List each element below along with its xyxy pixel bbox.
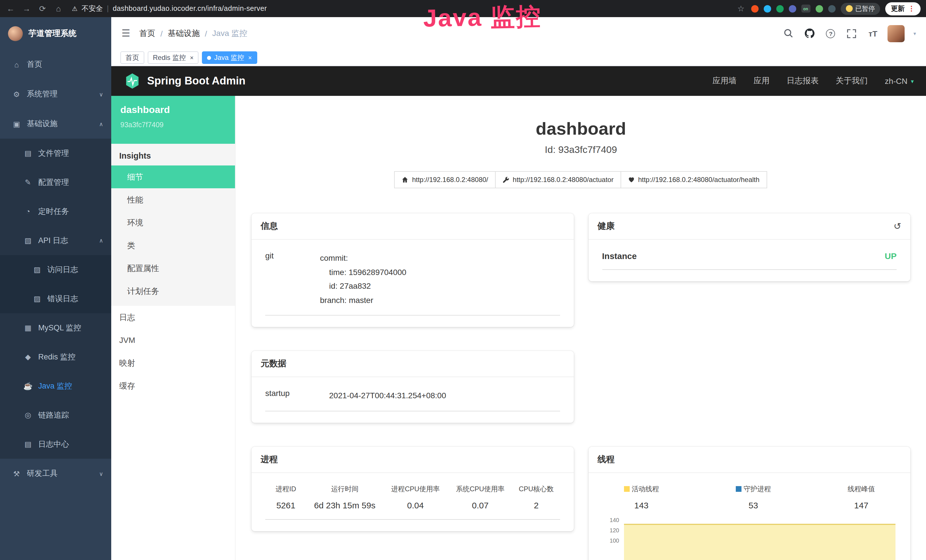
reload-icon[interactable]: ⟳ [38, 4, 47, 13]
stat-label: 进程ID [265, 484, 307, 494]
sidebar-item-config-manage[interactable]: ✎ 配置管理 [0, 168, 111, 197]
search-icon-svg [784, 29, 793, 38]
sba-menu-mappings[interactable]: 映射 [111, 351, 235, 374]
bookmark-star-icon[interactable]: ☆ [736, 4, 746, 13]
breadcrumb-infrastructure[interactable]: 基础设施 [168, 28, 200, 38]
sidebar-item-label: 配置管理 [38, 177, 69, 188]
github-icon[interactable] [803, 27, 816, 40]
tab-home[interactable]: 首页 [120, 51, 144, 64]
security-chip[interactable]: ⚠ 不安全 | dashboard.yudao.iocoder.cn/infra… [72, 4, 267, 14]
sba-main: dashboard Id: 93a3fc7f7409 http://192.16… [236, 96, 926, 560]
sba-menu-caches[interactable]: 缓存 [111, 374, 235, 397]
address-url[interactable]: dashboard.yudao.iocoder.cn/infra/admin-s… [113, 5, 267, 12]
stat-value: 5261 [265, 500, 307, 510]
health-card: 健康 ↺ Instance UP [589, 213, 910, 281]
user-avatar[interactable] [888, 25, 905, 42]
update-button[interactable]: 更新 ⋮ [885, 2, 921, 15]
home-nav-icon[interactable]: ⌂ [54, 4, 63, 13]
breadcrumb-separator: / [205, 29, 207, 38]
actuator-url-link[interactable]: http://192.168.0.2:48080/actuator [495, 171, 621, 188]
tab-java-monitor[interactable]: Java 监控 × [202, 51, 257, 64]
extension-icon-2[interactable] [763, 5, 771, 12]
sidebar-item-error-log[interactable]: ▨ 错误日志 [0, 284, 111, 313]
search-icon[interactable] [782, 27, 795, 40]
sba-menu-scheduled-tasks[interactable]: 计划任务 [111, 280, 235, 303]
sba-menu-logs[interactable]: 日志 [111, 306, 235, 328]
sba-menu-config-props[interactable]: 配置属性 [111, 257, 235, 280]
sidebar-item-java-monitor[interactable]: ☕ Java 监控 [0, 371, 111, 401]
breadcrumb: 首页 / 基础设施 / Java 监控 [139, 28, 248, 38]
stat-label: 进程CPU使用率 [383, 484, 448, 494]
sidebar-item-home[interactable]: ⌂ 首页 [0, 50, 111, 79]
sba-brand[interactable]: Spring Boot Admin [124, 73, 245, 89]
health-url-link[interactable]: http://192.168.0.2:48080/actuator/health [620, 171, 767, 188]
sba-nav-about[interactable]: 关于我们 [836, 76, 868, 86]
tools-icon: ⚒ [11, 469, 22, 478]
sidebar-item-system[interactable]: ⚙ 系统管理 ∨ [0, 79, 111, 109]
browser-menu-icon[interactable]: ⋮ [908, 5, 915, 12]
stat-value: 6d 23h 15m 59s [307, 500, 383, 510]
sidebar-item-access-log[interactable]: ▨ 访问日志 [0, 255, 111, 284]
sidebar-item-redis-monitor[interactable]: ◆ Redis 监控 [0, 342, 111, 371]
threads-chart: 140 120 100 [602, 519, 897, 560]
breadcrumb-home[interactable]: 首页 [139, 28, 156, 38]
tab-label: Redis 监控 [153, 53, 186, 62]
error-log-icon: ▨ [32, 294, 42, 303]
breadcrumb-current: Java 监控 [212, 28, 247, 38]
sidebar-item-label: Redis 监控 [38, 352, 76, 362]
stat-pid: 进程ID 5261 [265, 484, 307, 510]
sidebar-item-trace[interactable]: ◎ 链路追踪 [0, 401, 111, 430]
tab-redis-monitor[interactable]: Redis 监控 × [148, 51, 199, 64]
chrome-right-cluster: ☆ on 已暂停 更新 ⋮ [736, 2, 921, 15]
logo-avatar [8, 26, 23, 41]
insights-group-label: Insights [111, 144, 235, 165]
extension-icon-6[interactable] [828, 5, 835, 12]
help-icon[interactable]: ? [825, 27, 837, 40]
avatar-caret-icon[interactable]: ▾ [914, 30, 916, 36]
sidebar-item-mysql-monitor[interactable]: ▦ MySQL 监控 [0, 313, 111, 342]
history-icon[interactable]: ↺ [893, 221, 901, 232]
service-url-label: http://192.168.0.2:48080/ [412, 176, 488, 184]
paused-label: 已暂停 [855, 4, 875, 13]
extension-icon-5[interactable] [816, 5, 823, 12]
close-icon[interactable]: × [248, 54, 252, 61]
health-card-title: 健康 [598, 221, 614, 232]
info-card-body: git commit: time: 1596289704000 id: 27aa… [251, 240, 573, 327]
y-axis-tick: 120 [602, 527, 619, 533]
fullscreen-icon[interactable] [846, 27, 858, 40]
legend-value: 147 [847, 500, 875, 510]
instance-header[interactable]: dashboard 93a3fc7f7409 [111, 96, 235, 144]
sba-nav-journal[interactable]: 日志报表 [787, 76, 819, 86]
extension-on-badge[interactable]: on [801, 5, 810, 12]
service-url-link[interactable]: http://192.168.0.2:48080/ [394, 171, 496, 188]
sidebar-item-label: 访问日志 [47, 265, 78, 275]
health-instance-label: Instance [602, 251, 637, 261]
extension-icon-3[interactable] [776, 5, 784, 12]
sidebar-item-infrastructure[interactable]: ▣ 基础设施 ∧ [0, 109, 111, 139]
sba-menu-metrics[interactable]: 性能 [111, 188, 235, 211]
app-logo[interactable]: 芋道管理系统 [0, 17, 111, 50]
sba-menu-classes[interactable]: 类 [111, 234, 235, 257]
font-size-icon[interactable]: тT [867, 27, 879, 40]
menu-fold-icon[interactable]: ☰ [121, 27, 130, 39]
sidebar-item-dev-tools[interactable]: ⚒ 研发工具 ∨ [0, 459, 111, 488]
extension-icon-1[interactable] [751, 5, 758, 12]
sba-nav-applications[interactable]: 应用 [754, 76, 770, 86]
app-sidebar: 芋道管理系统 ⌂ 首页 ⚙ 系统管理 ∨ ▣ 基础设施 ∧ ▤ 文件管理 ✎ [0, 17, 111, 560]
extension-icon-4[interactable] [788, 5, 796, 12]
forward-icon[interactable]: → [22, 4, 31, 13]
sidebar-item-scheduled-task[interactable]: ◔ 定时任务 [0, 197, 111, 226]
back-icon[interactable]: ← [6, 4, 15, 13]
sba-nav: 应用墙 应用 日志报表 关于我们 zh-CN ▾ [713, 76, 914, 86]
sba-menu-jvm[interactable]: JVM [111, 328, 235, 351]
close-icon[interactable]: × [190, 54, 194, 61]
sidebar-item-log-center[interactable]: ▤ 日志中心 [0, 430, 111, 459]
sba-menu-environment[interactable]: 环境 [111, 211, 235, 234]
tag-tab-bar: 首页 Redis 监控 × Java 监控 × [111, 50, 926, 66]
sidebar-item-api-log[interactable]: ▧ API 日志 ∧ [0, 226, 111, 255]
sba-menu-details[interactable]: 细节 [111, 165, 235, 188]
paused-chip[interactable]: 已暂停 [840, 3, 880, 15]
sba-nav-wallboard[interactable]: 应用墙 [713, 76, 737, 86]
sidebar-item-file-manage[interactable]: ▤ 文件管理 [0, 139, 111, 168]
locale-selector[interactable]: zh-CN ▾ [885, 76, 914, 86]
